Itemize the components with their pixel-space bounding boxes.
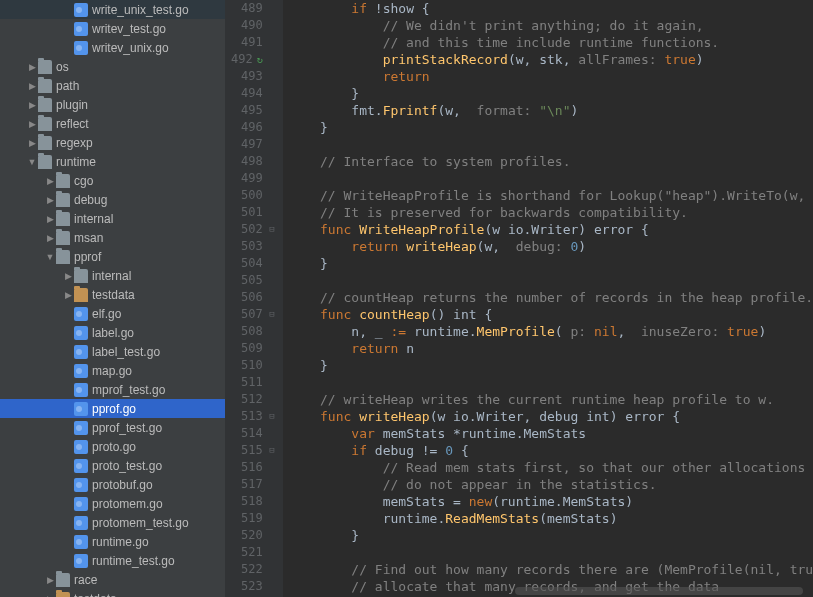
tree-item-pprof[interactable]: pprof (0, 247, 225, 266)
tree-item-write_unix_test-go[interactable]: write_unix_test.go (0, 0, 225, 19)
expand-arrow-icon[interactable] (44, 195, 56, 205)
tree-item-internal[interactable]: internal (0, 209, 225, 228)
code-line[interactable]: } (289, 255, 813, 272)
folder-icon (38, 136, 52, 150)
code-line[interactable]: // It is preserved for backwards compati… (289, 204, 813, 221)
tree-item-elf-go[interactable]: elf.go (0, 304, 225, 323)
tree-item-race[interactable]: race (0, 570, 225, 589)
expand-arrow-icon[interactable] (44, 594, 56, 598)
code-area[interactable]: if !show { // We didn't print anything; … (283, 0, 813, 597)
tree-item-msan[interactable]: msan (0, 228, 225, 247)
code-line[interactable]: // Read mem stats first, so that our oth… (289, 459, 813, 476)
code-line[interactable]: // countHeap returns the number of recor… (289, 289, 813, 306)
tree-item-runtime-go[interactable]: runtime.go (0, 532, 225, 551)
code-line[interactable]: // We didn't print anything; do it again… (289, 17, 813, 34)
expand-arrow-icon[interactable] (26, 100, 38, 110)
folder-icon (38, 60, 52, 74)
tree-item-writev_unix-go[interactable]: writev_unix.go (0, 38, 225, 57)
expand-arrow-icon[interactable] (26, 138, 38, 148)
tree-item-pprof-go[interactable]: pprof.go (0, 399, 225, 418)
code-line[interactable]: } (289, 85, 813, 102)
line-number: 492 (231, 51, 253, 68)
horizontal-scrollbar[interactable] (515, 587, 803, 595)
code-line[interactable]: return writeHeap(w, debug: 0) (289, 238, 813, 255)
code-line[interactable] (289, 374, 813, 391)
code-line[interactable] (289, 272, 813, 289)
code-line[interactable]: } (289, 357, 813, 374)
code-line[interactable]: // Find out how many records there are (… (289, 561, 813, 578)
expand-arrow-icon[interactable] (62, 290, 74, 300)
recursive-call-icon: ↻ (257, 51, 263, 68)
tree-item-testdata[interactable]: testdata (0, 589, 225, 597)
expand-arrow-icon[interactable] (44, 214, 56, 224)
expand-arrow-icon[interactable] (26, 62, 38, 72)
tree-item-runtime[interactable]: runtime (0, 152, 225, 171)
line-number: 498 (241, 153, 263, 170)
tree-item-protobuf-go[interactable]: protobuf.go (0, 475, 225, 494)
fold-minus-icon[interactable]: ⊟ (267, 408, 275, 425)
expand-arrow-icon[interactable] (26, 119, 38, 129)
tree-item-label_test-go[interactable]: label_test.go (0, 342, 225, 361)
gutter-line: 490 (231, 17, 275, 34)
tree-item-os[interactable]: os (0, 57, 225, 76)
tree-item-writev_test-go[interactable]: writev_test.go (0, 19, 225, 38)
code-editor[interactable]: 489490491492↻493494495496497498499500501… (225, 0, 813, 597)
project-tree[interactable]: write_unix_test.gowritev_test.gowritev_u… (0, 0, 225, 597)
tree-item-protomem-go[interactable]: protomem.go (0, 494, 225, 513)
code-line[interactable]: if !show { (289, 0, 813, 17)
code-line[interactable]: if debug != 0 { (289, 442, 813, 459)
code-line[interactable]: // writeHeap writes the current runtime … (289, 391, 813, 408)
expand-arrow-icon[interactable] (44, 575, 56, 585)
tree-item-mprof_test-go[interactable]: mprof_test.go (0, 380, 225, 399)
tree-item-pprof_test-go[interactable]: pprof_test.go (0, 418, 225, 437)
code-line[interactable]: // do not appear in the statistics. (289, 476, 813, 493)
code-line[interactable]: func writeHeap(w io.Writer, debug int) e… (289, 408, 813, 425)
code-line[interactable]: } (289, 527, 813, 544)
tree-item-plugin[interactable]: plugin (0, 95, 225, 114)
code-line[interactable]: memStats = new(runtime.MemStats) (289, 493, 813, 510)
tree-item-internal[interactable]: internal (0, 266, 225, 285)
code-line[interactable]: printStackRecord(w, stk, allFrames: true… (289, 51, 813, 68)
code-line[interactable] (289, 170, 813, 187)
code-line[interactable]: fmt.Fprintf(w, format: "\n") (289, 102, 813, 119)
fold-minus-icon[interactable]: ⊟ (267, 306, 275, 323)
tree-item-debug[interactable]: debug (0, 190, 225, 209)
expand-arrow-icon[interactable] (62, 271, 74, 281)
code-line[interactable] (289, 136, 813, 153)
expand-arrow-icon[interactable] (44, 176, 56, 186)
line-number: 519 (241, 510, 263, 527)
tree-item-label: internal (92, 269, 131, 283)
code-line[interactable]: } (289, 119, 813, 136)
tree-item-regexp[interactable]: regexp (0, 133, 225, 152)
code-line[interactable]: runtime.ReadMemStats(memStats) (289, 510, 813, 527)
code-line[interactable]: // and this time include runtime functio… (289, 34, 813, 51)
expand-arrow-icon[interactable] (26, 157, 38, 167)
tree-item-reflect[interactable]: reflect (0, 114, 225, 133)
code-line[interactable]: // Interface to system profiles. (289, 153, 813, 170)
tree-item-testdata[interactable]: testdata (0, 285, 225, 304)
tree-item-proto_test-go[interactable]: proto_test.go (0, 456, 225, 475)
tree-item-map-go[interactable]: map.go (0, 361, 225, 380)
tree-item-runtime_test-go[interactable]: runtime_test.go (0, 551, 225, 570)
expand-arrow-icon[interactable] (44, 252, 56, 262)
code-line[interactable]: var memStats *runtime.MemStats (289, 425, 813, 442)
code-line[interactable]: return (289, 68, 813, 85)
code-line[interactable]: func countHeap() int { (289, 306, 813, 323)
code-line[interactable]: func WriteHeapProfile(w io.Writer) error… (289, 221, 813, 238)
tree-item-protomem_test-go[interactable]: protomem_test.go (0, 513, 225, 532)
tree-item-label-go[interactable]: label.go (0, 323, 225, 342)
tree-item-proto-go[interactable]: proto.go (0, 437, 225, 456)
code-line[interactable] (289, 544, 813, 561)
tree-item-cgo[interactable]: cgo (0, 171, 225, 190)
expand-arrow-icon[interactable] (26, 81, 38, 91)
expand-arrow-icon[interactable] (44, 233, 56, 243)
code-line[interactable]: // WriteHeapProfile is shorthand for Loo… (289, 187, 813, 204)
tree-item-label: write_unix_test.go (92, 3, 189, 17)
fold-minus-icon[interactable]: ⊟ (267, 442, 275, 459)
tree-item-path[interactable]: path (0, 76, 225, 95)
fold-minus-icon[interactable]: ⊟ (267, 221, 275, 238)
tree-item-label: proto_test.go (92, 459, 162, 473)
code-line[interactable]: n, _ := runtime.MemProfile( p: nil, inus… (289, 323, 813, 340)
code-line[interactable]: return n (289, 340, 813, 357)
gutter-line: 500 (231, 187, 275, 204)
